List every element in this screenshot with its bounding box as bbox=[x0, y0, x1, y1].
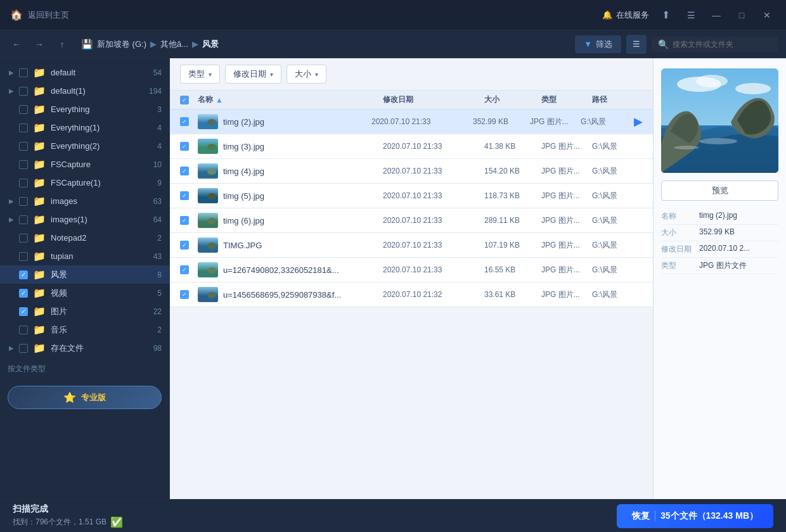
home-label[interactable]: 返回到主页 bbox=[28, 10, 69, 21]
sidebar-item-everything1[interactable]: 📁 Everything(1) 4 bbox=[0, 118, 169, 137]
back-button[interactable]: ← bbox=[8, 35, 25, 53]
sidebar-check[interactable] bbox=[19, 68, 28, 77]
sidebar-check[interactable] bbox=[19, 124, 28, 132]
row-checkbox[interactable]: ✓ bbox=[180, 216, 189, 225]
sidebar-item-tupian2[interactable]: ✓ 📁 图片 22 bbox=[0, 302, 169, 320]
table-row[interactable]: ✓ timg (3).jpg 2020.07.10 21:33 41.38 KB… bbox=[170, 134, 653, 159]
file-type-cell: JPG 图片... bbox=[530, 117, 581, 127]
menu-button[interactable]: ☰ bbox=[682, 6, 700, 24]
row-check-cell[interactable]: ✓ bbox=[180, 290, 198, 299]
folder-icon: 📁 bbox=[33, 140, 46, 152]
date-filter-button[interactable]: 修改日期 ▾ bbox=[225, 65, 281, 84]
sidebar-item-label: 风景 bbox=[51, 269, 145, 281]
file-date-cell: 2020.07.10 21:32 bbox=[383, 290, 484, 299]
type-filter-button[interactable]: 类型 ▾ bbox=[180, 65, 220, 84]
row-check-cell[interactable]: ✓ bbox=[180, 167, 198, 175]
sidebar-check[interactable] bbox=[19, 105, 28, 114]
sidebar-check[interactable] bbox=[19, 179, 28, 187]
row-checkbox[interactable]: ✓ bbox=[180, 290, 189, 299]
table-row[interactable]: ✓ u=1456568695,9259087938&f... 2020.07.1… bbox=[170, 282, 653, 307]
file-path-cell: G:\风景 bbox=[592, 215, 643, 226]
row-check-cell[interactable]: ✓ bbox=[180, 191, 198, 200]
header-name[interactable]: 名称 ▲ bbox=[198, 94, 383, 105]
pro-upgrade-button[interactable]: ⭐ 专业版 bbox=[8, 386, 162, 409]
share-button[interactable]: ⬆ bbox=[657, 6, 674, 24]
header-check[interactable]: ✓ bbox=[180, 96, 198, 104]
sidebar-item-default[interactable]: ▶ 📁 default 54 bbox=[0, 63, 169, 82]
sidebar-item-label: default bbox=[51, 68, 145, 77]
table-row[interactable]: ✓ timg (6).jpg 2020.07.10 21:33 289.11 K… bbox=[170, 208, 653, 233]
filter-button[interactable]: ▼ 筛选 bbox=[575, 35, 621, 53]
forward-button[interactable]: → bbox=[30, 35, 48, 53]
search-input[interactable] bbox=[673, 40, 768, 49]
recover-button[interactable]: 恢复 35个文件（132.43 MB） bbox=[617, 504, 773, 528]
file-path-cell: G:\风景 bbox=[592, 265, 643, 276]
row-checkbox[interactable]: ✓ bbox=[180, 117, 189, 126]
sidebar-item-fscapture1[interactable]: 📁 FSCapture(1) 9 bbox=[0, 174, 169, 192]
table-row[interactable]: ✓ timg (5).jpg 2020.07.10 21:33 118.73 K… bbox=[170, 184, 653, 208]
sidebar-item-yinyue[interactable]: 📁 音乐 2 bbox=[0, 320, 169, 339]
sidebar-item-label: FSCapture bbox=[51, 160, 145, 169]
sidebar-check[interactable] bbox=[19, 197, 28, 206]
row-check-cell[interactable]: ✓ bbox=[180, 142, 198, 151]
row-check-cell[interactable]: ✓ bbox=[180, 241, 198, 250]
status-sub: 找到：796个文件，1.51 GB ✅ bbox=[13, 516, 123, 528]
sidebar-item-label: 存在文件 bbox=[51, 343, 145, 354]
row-check-cell[interactable]: ✓ bbox=[180, 117, 198, 126]
sidebar-check[interactable] bbox=[19, 344, 28, 353]
file-path-cell: G:\风景 bbox=[592, 240, 643, 251]
breadcrumb-drive[interactable]: 新加坡卷 (G:) bbox=[97, 39, 146, 50]
sidebar-item-shipin[interactable]: ✓ 📁 视频 5 bbox=[0, 284, 169, 302]
header-size[interactable]: 大小 bbox=[484, 94, 541, 105]
sidebar-check[interactable] bbox=[19, 234, 28, 243]
sidebar-check[interactable] bbox=[19, 215, 28, 224]
table-row[interactable]: ✓ timg (4).jpg 2020.07.10 21:33 154.20 K… bbox=[170, 159, 653, 184]
table-row[interactable]: ✓ TIMG.JPG 2020.07.10 21:33 107.19 KB JP… bbox=[170, 233, 653, 258]
table-row[interactable]: ✓ u=1267490802,3326052181&... 2020.07.10… bbox=[170, 258, 653, 282]
sidebar-item-everything2[interactable]: 📁 Everything(2) 4 bbox=[0, 137, 169, 155]
file-thumbnail bbox=[198, 139, 218, 154]
close-button[interactable]: ✕ bbox=[758, 6, 776, 24]
preview-button[interactable]: 预览 bbox=[661, 180, 778, 201]
row-checkbox[interactable]: ✓ bbox=[180, 265, 189, 274]
breadcrumb-folder2[interactable]: 风景 bbox=[202, 39, 219, 50]
header-date[interactable]: 修改日期 bbox=[383, 94, 484, 105]
sidebar-item-tupian[interactable]: 📁 tupian 43 bbox=[0, 247, 169, 265]
row-checkbox[interactable]: ✓ bbox=[180, 241, 189, 250]
play-icon[interactable]: ▶ bbox=[634, 115, 643, 129]
file-path-cell: G:\风景 bbox=[592, 166, 643, 177]
minimize-button[interactable]: — bbox=[707, 6, 725, 24]
header-path[interactable]: 路径 bbox=[592, 94, 643, 105]
sidebar-item-notepad2[interactable]: 📁 Notepad2 2 bbox=[0, 229, 169, 247]
sidebar-check[interactable]: ✓ bbox=[19, 289, 28, 298]
table-row[interactable]: ✓ timg (2).jpg 2020.07.10 21:33 352.99 K… bbox=[170, 110, 653, 134]
view-toggle-button[interactable]: ☰ bbox=[626, 35, 647, 54]
sidebar-item-cunzaiwenjian[interactable]: ▶ 📁 存在文件 98 bbox=[0, 339, 169, 357]
sidebar-item-fscapture[interactable]: 📁 FSCapture 10 bbox=[0, 155, 169, 174]
sidebar-item-default1[interactable]: ▶ 📁 default(1) 194 bbox=[0, 82, 169, 100]
maximize-button[interactable]: □ bbox=[733, 6, 751, 24]
row-check-cell[interactable]: ✓ bbox=[180, 216, 198, 225]
online-service[interactable]: 🔔 在线服务 bbox=[602, 10, 649, 21]
sidebar-item-fengjing[interactable]: ✓ 📁 风景 8 bbox=[0, 265, 169, 284]
sidebar-item-images[interactable]: ▶ 📁 images 63 bbox=[0, 192, 169, 210]
row-checkbox[interactable]: ✓ bbox=[180, 191, 189, 200]
file-thumbnail bbox=[198, 188, 218, 203]
breadcrumb-folder1[interactable]: 其他ā... bbox=[160, 39, 188, 50]
sidebar-check[interactable] bbox=[19, 87, 28, 96]
sidebar-item-everything[interactable]: 📁 Everything 3 bbox=[0, 100, 169, 118]
sidebar-check[interactable] bbox=[19, 326, 28, 334]
sidebar-item-images1[interactable]: ▶ 📁 images(1) 64 bbox=[0, 210, 169, 229]
header-type[interactable]: 类型 bbox=[541, 94, 592, 105]
sidebar-check[interactable]: ✓ bbox=[19, 270, 28, 279]
row-checkbox[interactable]: ✓ bbox=[180, 167, 189, 175]
row-checkbox[interactable]: ✓ bbox=[180, 142, 189, 151]
sidebar-item-label: 音乐 bbox=[51, 324, 145, 336]
up-button[interactable]: ↑ bbox=[53, 35, 71, 53]
size-filter-button[interactable]: 大小 ▾ bbox=[287, 65, 326, 84]
sidebar-check[interactable] bbox=[19, 142, 28, 151]
sidebar-check[interactable] bbox=[19, 160, 28, 169]
row-check-cell[interactable]: ✓ bbox=[180, 265, 198, 274]
sidebar-check[interactable] bbox=[19, 252, 28, 261]
sidebar-check[interactable]: ✓ bbox=[19, 307, 28, 316]
